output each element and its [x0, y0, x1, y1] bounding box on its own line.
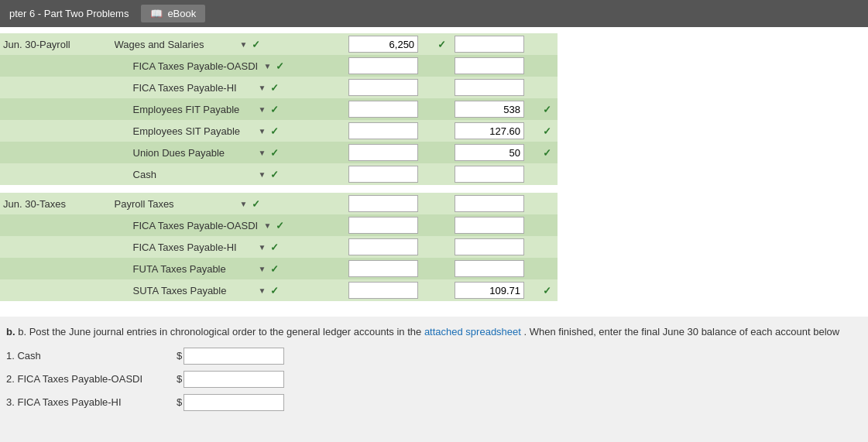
- debit-input-fica-hi-1[interactable]: [348, 79, 418, 96]
- table-row: FICA Taxes Payable-HI ▼ ✓: [0, 236, 558, 258]
- account-select-fit[interactable]: Employees FIT Payable: [133, 104, 257, 115]
- instruction-main: b. Post the June journal entries in chro…: [18, 326, 421, 337]
- credit-cell: [451, 120, 537, 142]
- credit-input-fica-hi-2[interactable]: [455, 238, 524, 255]
- dollar-sign-3: $: [177, 396, 182, 408]
- debit-cell: [345, 120, 431, 142]
- account-cell: FICA Taxes Payable-HI ▼ ✓: [112, 77, 325, 98]
- table-row: FICA Taxes Payable-OASDI ▼ ✓: [0, 55, 558, 77]
- account-select-fica-oasdi-2[interactable]: FICA Taxes Payable-OASDI: [133, 220, 262, 231]
- account-select-futa[interactable]: FUTA Taxes Payable: [133, 263, 257, 275]
- table-row: FICA Taxes Payable-HI ▼ ✓: [0, 77, 558, 98]
- table-row: FUTA Taxes Payable ▼ ✓: [0, 258, 558, 279]
- account-cell: FICA Taxes Payable-OASDI ▼ ✓: [112, 214, 325, 236]
- ledger-input-fica-oasdi[interactable]: [184, 371, 284, 388]
- account-select-wages[interactable]: Wages and Salaries: [115, 39, 238, 50]
- account-select-payroll-taxes[interactable]: Payroll Taxes: [115, 198, 238, 210]
- table-row: FICA Taxes Payable-OASDI ▼ ✓: [0, 214, 558, 236]
- debit-cell: [345, 163, 431, 185]
- credit-check-icon: ✓: [543, 147, 551, 159]
- account-cell: FUTA Taxes Payable ▼ ✓: [112, 258, 325, 279]
- debit-cell: [345, 236, 431, 258]
- credit-input-fica-oasdi-1[interactable]: [455, 57, 524, 74]
- credit-input-payroll-taxes[interactable]: [455, 195, 524, 212]
- check-icon: ✓: [270, 104, 279, 115]
- debit-input-fit[interactable]: [348, 101, 418, 118]
- dropdown-arrow-icon: ▼: [259, 265, 266, 273]
- spacer-row: [0, 185, 558, 193]
- credit-input-wages[interactable]: [455, 36, 524, 53]
- padding-row: [0, 301, 558, 310]
- check-icon: ✓: [270, 169, 279, 180]
- dropdown-arrow-icon: ▼: [264, 221, 272, 230]
- debit-input-wages[interactable]: [348, 36, 418, 53]
- credit-input-sit[interactable]: [455, 122, 524, 139]
- credit-check-icon: ✓: [543, 104, 551, 115]
- main-content: Jun. 30-Payroll Wages and Salaries ▼ ✓ ✓: [0, 27, 868, 317]
- dropdown-arrow-icon: ▼: [259, 105, 266, 114]
- debit-input-futa[interactable]: [348, 260, 418, 277]
- dropdown-arrow-icon: ▼: [259, 84, 266, 92]
- account-cell: Wages and Salaries ▼ ✓: [112, 33, 325, 55]
- debit-input-suta[interactable]: [348, 282, 418, 299]
- account-select-suta[interactable]: SUTA Taxes Payable: [133, 285, 257, 296]
- check-icon: ✓: [252, 39, 260, 50]
- journal-table: Jun. 30-Payroll Wages and Salaries ▼ ✓ ✓: [0, 33, 558, 310]
- credit-cell: [451, 98, 537, 120]
- credit-input-fit[interactable]: [455, 101, 524, 118]
- debit-input-cash-1[interactable]: [348, 166, 418, 183]
- table-row: Employees FIT Payable ▼ ✓ ✓: [0, 98, 558, 120]
- account-cell: Employees FIT Payable ▼ ✓: [112, 98, 325, 120]
- ledger-input-fica-hi[interactable]: [184, 394, 284, 411]
- check-icon: ✓: [270, 147, 279, 159]
- account-select-cash-1[interactable]: Cash: [133, 169, 257, 180]
- ebook-label: eBook: [167, 8, 196, 19]
- check-icon: ✓: [270, 125, 279, 137]
- credit-cell: [451, 33, 537, 55]
- table-row: Cash ▼ ✓: [0, 163, 558, 185]
- credit-cell: [451, 193, 537, 214]
- credit-input-fica-hi-1[interactable]: [455, 79, 524, 96]
- debit-cell: [345, 98, 431, 120]
- spreadsheet-link[interactable]: attached spreadsheet: [424, 326, 521, 337]
- account-cell: FICA Taxes Payable-HI ▼ ✓: [112, 236, 325, 258]
- account-select-fica-hi-2[interactable]: FICA Taxes Payable-HI: [133, 242, 257, 253]
- account-cell: Payroll Taxes ▼ ✓: [112, 193, 325, 214]
- account-select-union[interactable]: Union Dues Payable: [133, 147, 257, 159]
- debit-cell: [345, 193, 431, 214]
- instruction-bold: b.: [6, 326, 15, 337]
- debit-input-payroll-taxes[interactable]: [348, 195, 418, 212]
- page-title: pter 6 - Part Two Problems: [9, 8, 129, 19]
- account-cell: SUTA Taxes Payable ▼ ✓: [112, 279, 325, 301]
- credit-cell: [451, 55, 537, 77]
- ledger-input-cash[interactable]: [184, 348, 284, 365]
- account-cell: Cash ▼ ✓: [112, 163, 325, 185]
- credit-cell: [451, 236, 537, 258]
- credit-cell: [451, 163, 537, 185]
- check-icon: ✓: [276, 220, 284, 231]
- dollar-sign-1: $: [177, 350, 182, 361]
- debit-cell: [345, 77, 431, 98]
- credit-check-cell: ✓: [537, 142, 558, 163]
- debit-input-fica-oasdi-1[interactable]: [348, 57, 418, 74]
- debit-check-icon: ✓: [437, 39, 446, 50]
- credit-input-union[interactable]: [455, 144, 524, 161]
- dropdown-arrow-icon: ▼: [240, 200, 248, 208]
- check-icon: ✓: [270, 263, 279, 275]
- debit-input-fica-hi-2[interactable]: [348, 238, 418, 255]
- account-select-fica-oasdi-1[interactable]: FICA Taxes Payable-OASDI: [133, 60, 262, 72]
- debit-input-union[interactable]: [348, 144, 418, 161]
- credit-input-fica-oasdi-2[interactable]: [455, 217, 524, 234]
- debit-input-fica-oasdi-2[interactable]: [348, 217, 418, 234]
- ebook-tab[interactable]: 📖 eBook: [141, 5, 205, 22]
- table-row: Jun. 30-Payroll Wages and Salaries ▼ ✓ ✓: [0, 33, 558, 55]
- credit-input-suta[interactable]: [455, 282, 524, 299]
- debit-input-sit[interactable]: [348, 122, 418, 139]
- credit-input-futa[interactable]: [455, 260, 524, 277]
- check-icon: ✓: [276, 60, 284, 72]
- section-label-taxes: Jun. 30-Taxes: [0, 193, 112, 214]
- credit-input-cash-1[interactable]: [455, 166, 524, 183]
- dropdown-arrow-icon: ▼: [259, 127, 266, 135]
- account-select-sit[interactable]: Employees SIT Payable: [133, 125, 257, 137]
- account-select-fica-hi-1[interactable]: FICA Taxes Payable-HI: [133, 82, 257, 94]
